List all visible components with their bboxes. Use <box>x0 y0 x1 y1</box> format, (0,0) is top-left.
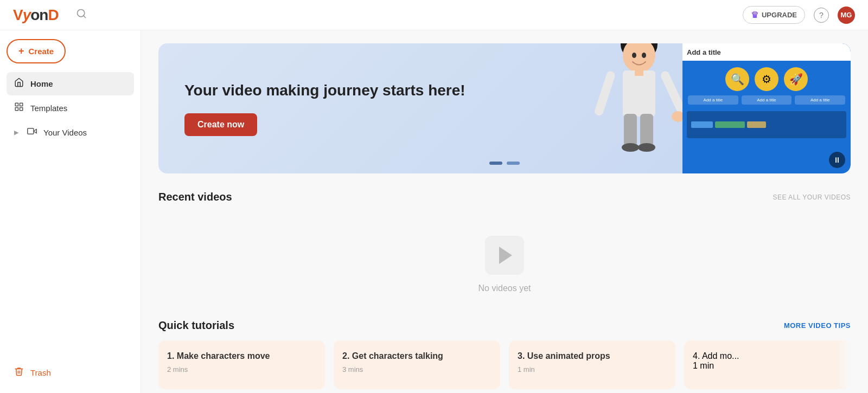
editor-add-title: Add a title <box>687 48 721 56</box>
see-all-videos-link[interactable]: SEE ALL YOUR VIDEOS <box>773 194 851 201</box>
layout: + Create Home Templates <box>0 30 868 393</box>
svg-point-10 <box>632 53 636 58</box>
help-label: ? <box>819 11 824 20</box>
hero-cta-label: Create now <box>197 120 244 129</box>
editor-icon-3: 🚀 <box>784 67 808 91</box>
hero-dot-2[interactable] <box>507 162 520 165</box>
upgrade-label: UPGRADE <box>762 11 797 19</box>
svg-rect-2 <box>15 103 18 106</box>
tutorial-duration-3: 1 min <box>518 365 667 373</box>
hero-title: Your video making journey starts here! <box>184 81 553 100</box>
header-right: ♛ UPGRADE ? MG <box>743 6 855 24</box>
tutorial-title-2: 2. Get characters talking <box>342 351 492 361</box>
sidebar-item-your-videos[interactable]: ▶ Your Videos <box>7 121 134 144</box>
create-button[interactable]: + Create <box>7 39 66 63</box>
empty-state: No videos yet <box>158 214 851 315</box>
home-icon <box>14 78 24 90</box>
svg-rect-14 <box>593 70 616 117</box>
trash-label: Trash <box>30 368 51 377</box>
sidebar-item-home[interactable]: Home <box>7 72 134 95</box>
search-bar <box>76 8 293 22</box>
tutorial-title-1: 1. Make characters move <box>167 351 316 361</box>
tutorial-duration-1: 2 mins <box>167 365 316 373</box>
editor-slide-row: Add a title Add a title Add a title <box>682 93 851 107</box>
svg-rect-3 <box>20 103 23 106</box>
avatar-initials: MG <box>841 11 852 19</box>
tutorials-grid: 1. Make characters move 2 mins 2. Get ch… <box>158 340 851 389</box>
pause-button[interactable]: ⏸ <box>829 152 845 168</box>
expand-icon: ▶ <box>14 129 18 136</box>
home-label: Home <box>30 79 53 88</box>
editor-preview: Add a title 🔍 ⚙ 🚀 Add a title Add a titl… <box>682 43 851 173</box>
recent-videos-title: Recent videos <box>158 191 232 203</box>
tutorial-title-4: 4. Add mo... <box>693 351 842 361</box>
tutorial-card-3[interactable]: 3. Use animated props 1 min <box>509 340 675 389</box>
sidebar: + Create Home Templates <box>0 30 141 393</box>
hero-dots <box>489 162 520 165</box>
templates-icon <box>14 102 24 114</box>
svg-rect-4 <box>20 108 23 111</box>
svg-rect-17 <box>624 114 637 146</box>
hero-text-section: Your video making journey starts here! C… <box>158 43 579 173</box>
your-videos-label: Your Videos <box>43 128 87 137</box>
your-videos-icon <box>27 126 37 139</box>
play-triangle-icon <box>499 247 512 264</box>
svg-point-19 <box>622 143 639 152</box>
header: VyonD ♛ UPGRADE ? MG <box>0 0 868 30</box>
svg-line-1 <box>84 16 86 18</box>
main-content: Your video making journey starts here! C… <box>141 30 868 393</box>
templates-label: Templates <box>30 104 67 113</box>
trash-item[interactable]: Trash <box>7 361 134 384</box>
plus-icon: + <box>18 46 24 57</box>
sidebar-bottom: Trash <box>7 361 134 384</box>
help-button[interactable]: ? <box>814 8 829 23</box>
tutorials-title: Quick tutorials <box>158 319 234 332</box>
tutorial-card-2[interactable]: 2. Get characters talking 3 mins <box>334 340 500 389</box>
sidebar-item-templates[interactable]: Templates <box>7 96 134 120</box>
empty-text: No videos yet <box>478 284 531 293</box>
upgrade-button[interactable]: ♛ UPGRADE <box>743 6 805 24</box>
hero-banner: Your video making journey starts here! C… <box>158 43 851 173</box>
editor-icon-1: 🔍 <box>725 67 749 91</box>
tutorial-card-1[interactable]: 1. Make characters move 2 mins <box>158 340 325 389</box>
svg-marker-6 <box>34 129 36 133</box>
create-label: Create <box>29 47 54 56</box>
more-tips-link[interactable]: MORE VIDEO TIPS <box>784 321 851 330</box>
hero-dot-1[interactable] <box>489 162 502 165</box>
tutorial-title-3: 3. Use animated props <box>518 351 667 361</box>
svg-rect-12 <box>623 70 655 117</box>
recent-videos-header: Recent videos SEE ALL YOUR VIDEOS <box>158 191 851 203</box>
hero-visual: Add a title 🔍 ⚙ 🚀 Add a title Add a titl… <box>579 43 851 173</box>
editor-timeline <box>687 111 846 138</box>
svg-rect-13 <box>635 69 643 76</box>
empty-video-icon <box>485 236 524 275</box>
search-icon <box>76 8 87 22</box>
slide-thumb-1: Add a title <box>688 95 738 105</box>
logo-text: VyonD <box>13 7 59 24</box>
slide-thumb-3: Add a title <box>795 95 845 105</box>
logo: VyonD <box>13 7 59 24</box>
slide-thumb-2: Add a title <box>742 95 792 105</box>
avatar[interactable]: MG <box>838 7 855 24</box>
recent-videos-section: Recent videos SEE ALL YOUR VIDEOS No vid… <box>158 191 851 315</box>
tutorials-header: Quick tutorials MORE VIDEO TIPS <box>158 319 851 332</box>
tutorials-section: Quick tutorials MORE VIDEO TIPS 1. Make … <box>158 319 851 389</box>
editor-icon-2: ⚙ <box>755 67 778 91</box>
hero-cta-button[interactable]: Create now <box>184 113 257 136</box>
tutorial-card-4[interactable]: 4. Add mo... 1 min <box>684 340 851 389</box>
editor-top-bar: Add a title <box>682 43 851 61</box>
svg-point-9 <box>623 43 655 73</box>
svg-rect-5 <box>15 108 18 111</box>
svg-point-11 <box>642 53 646 58</box>
tutorial-duration-2: 3 mins <box>342 365 492 373</box>
svg-rect-7 <box>28 128 34 134</box>
sidebar-nav: Home Templates ▶ Your Videos <box>7 72 134 145</box>
crown-icon: ♛ <box>751 10 758 20</box>
tutorial-duration-4: 1 min <box>693 361 842 371</box>
svg-rect-18 <box>640 114 653 146</box>
svg-point-20 <box>638 143 655 152</box>
trash-icon <box>14 366 24 379</box>
